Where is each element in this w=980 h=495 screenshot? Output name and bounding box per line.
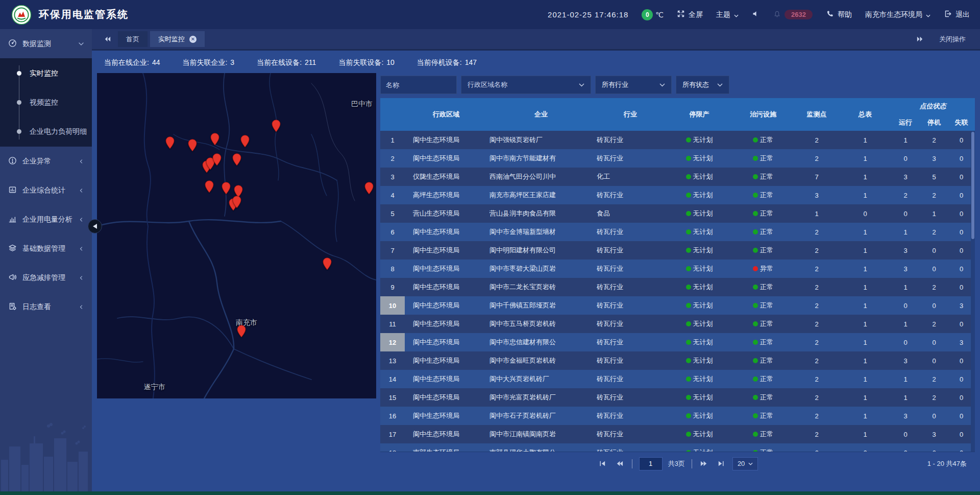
table-row[interactable]: 18南部生态环境局南部县砚华土陶有限公砖瓦行业无计划正常60060 (380, 443, 975, 452)
table-row[interactable]: 12阆中生态环境局阆中市忠信建材有限公砖瓦行业无计划正常21003 (380, 333, 975, 351)
table-row[interactable]: 6阆中生态环境局阆中市金博瑞新型墙材砖瓦行业无计划正常21120 (380, 223, 975, 241)
sidebar-item-6[interactable]: 日志查看 (0, 292, 92, 321)
tab-home[interactable]: 首页 (118, 31, 148, 47)
help-button[interactable]: 帮助 (826, 10, 852, 19)
sidebar-subitem-2[interactable]: 企业电力负荷明细 (0, 117, 92, 146)
total-pages-label: 共3页 (668, 459, 685, 468)
map-pin-icon[interactable] (210, 133, 219, 146)
table-row[interactable]: 17阆中生态环境局阆中市江南镇阆南页岩砖瓦行业无计划正常21030 (380, 425, 975, 443)
map-pin-icon[interactable] (237, 325, 246, 338)
first-page-button[interactable] (597, 458, 608, 469)
facility-status-label: 正常 (760, 154, 773, 163)
theme-dropdown[interactable]: 主题 (716, 10, 739, 19)
map-pin-icon[interactable] (165, 136, 175, 149)
page-size-select[interactable]: 20 (732, 457, 758, 470)
table-row[interactable]: 2阆中生态环境局阆中市南方节能建材有砖瓦行业无计划正常21030 (380, 149, 975, 168)
sidebar-item-0[interactable]: 数据监测 (0, 29, 92, 58)
table-row[interactable]: 7阆中生态环境局阆中明阳建材有限公司砖瓦行业无计划正常21300 (380, 241, 975, 260)
row-number: 13 (380, 351, 405, 370)
company-cell: 西南油气田分公司川中 (487, 168, 595, 186)
map-pin-icon[interactable] (205, 180, 214, 193)
company-cell: 南部县砚华土陶有限公 (487, 443, 595, 452)
production-limit-cell: 无计划 (666, 168, 732, 186)
table-row[interactable]: 1阆中生态环境局阆中强锐页岩砖厂砖瓦行业无计划正常21120 (380, 131, 975, 149)
table-row[interactable]: 8阆中生态环境局阆中市枣碧大梁山页岩砖瓦行业无计划异常21300 (380, 260, 975, 278)
sidebar-item-label: 数据监测 (22, 39, 51, 49)
sidebar-item-1[interactable]: 企业异常 (0, 147, 92, 176)
stats-board-icon (8, 185, 17, 196)
tab-realtime-monitor[interactable]: 实时监控 ✕ (150, 31, 205, 47)
chevron-down-icon (659, 83, 665, 87)
sidebar-item-4[interactable]: 基础数据管理 (0, 234, 92, 263)
industry-select[interactable]: 所有行业 (595, 76, 672, 94)
facility-status-cell: 正常 (732, 370, 794, 388)
fullscreen-button[interactable]: 全屏 (677, 10, 703, 19)
mute-speaker-button[interactable] (752, 10, 760, 19)
sidebar-subitem-0[interactable]: 实时监控 (0, 59, 92, 88)
company-cell: 阆中市二龙长宝页岩砖 (487, 278, 595, 296)
map-pin-icon[interactable] (188, 139, 197, 152)
production-limit-label: 无计划 (693, 209, 713, 218)
tab-close-icon[interactable]: ✕ (189, 36, 197, 43)
sidebar-item-3[interactable]: 企业用电量分析 (0, 205, 92, 234)
table-row[interactable]: 16阆中生态环境局阆中市石子页岩机砖厂砖瓦行业无计划正常21300 (380, 407, 975, 425)
table-row[interactable]: 5营山生态环境局营山县润丰肉食品有限食品无计划正常10010 (380, 204, 975, 223)
map-panel[interactable]: 巴中市南充市遂宁市 (97, 73, 376, 398)
prev-page-button[interactable] (614, 458, 625, 469)
megaphone-icon (8, 273, 17, 283)
last-page-button[interactable] (716, 458, 727, 469)
monitor-count-cell: 2 (794, 351, 840, 370)
map-pin-icon[interactable] (232, 153, 241, 166)
close-operations-button[interactable]: 关闭操作 (939, 35, 966, 44)
city-skyline-decoration (0, 415, 92, 491)
page-number-input[interactable] (639, 457, 663, 470)
chevron-down-icon (734, 11, 739, 19)
logout-button[interactable]: 退出 (944, 10, 970, 19)
table-row[interactable]: 13阆中生态环境局阆中市金福旺页岩机砖砖瓦行业无计划正常21300 (380, 351, 975, 370)
status-dot-icon (753, 229, 758, 234)
table-row[interactable]: 15阆中生态环境局阆中市光富页岩机砖厂砖瓦行业无计划正常21120 (380, 388, 975, 407)
table-row[interactable]: 9阆中生态环境局阆中市二龙长宝页岩砖砖瓦行业无计划正常21120 (380, 278, 975, 296)
bullet-dot-icon (17, 100, 21, 105)
row-number: 17 (380, 425, 405, 443)
sidebar-item-2[interactable]: 企业综合统计 (0, 176, 92, 205)
org-dropdown[interactable]: 南充市生态环境局 (865, 10, 930, 19)
facility-status-label: 正常 (760, 191, 773, 200)
map-pin-icon[interactable] (212, 153, 222, 166)
notification-area[interactable]: 2632 (773, 10, 813, 19)
status-dot-icon (686, 340, 691, 345)
name-search-input[interactable] (380, 76, 457, 94)
sidebar-item-5[interactable]: 应急减排管理 (0, 263, 92, 292)
table-scrollbar[interactable] (971, 131, 975, 452)
map-pin-icon[interactable] (323, 257, 332, 270)
chevron-left-icon (79, 276, 84, 280)
production-limit-label: 无计划 (693, 227, 713, 237)
column-header: 行业 (595, 98, 666, 131)
next-page-button[interactable] (699, 458, 710, 469)
map-pin-icon[interactable] (222, 182, 231, 195)
table-row[interactable]: 3仪陇生态环境局西南油气田分公司川中化工无计划正常71350 (380, 168, 975, 186)
row-number: 10 (380, 296, 405, 315)
table-row[interactable]: 14阆中生态环境局阆中大兴页岩机砖厂砖瓦行业无计划正常21120 (380, 370, 975, 388)
region-select[interactable]: 行政区域名称 (461, 76, 591, 94)
sidebar-subitem-1[interactable]: 视频监控 (0, 88, 92, 117)
scrollbar-thumb[interactable] (971, 132, 974, 239)
map-pin-icon[interactable] (232, 196, 241, 208)
sidebar-collapse-handle[interactable] (88, 219, 102, 233)
region-cell: 营山生态环境局 (405, 204, 487, 223)
table-row[interactable]: 4高坪生态环境局南充市高坪区王家店建砖瓦行业无计划正常31220 (380, 186, 975, 204)
table-row[interactable]: 11阆中生态环境局阆中市五马桥页岩机砖砖瓦行业无计划正常21120 (380, 315, 975, 333)
tabs-scroll-left-button[interactable] (99, 32, 115, 46)
status-select[interactable]: 所有状态 (676, 76, 729, 94)
sidebar-subitem-label: 企业电力负荷明细 (30, 127, 87, 136)
map-pin-icon[interactable] (240, 135, 250, 148)
production-limit-label: 无计划 (693, 338, 713, 347)
table-row[interactable]: 10阆中生态环境局阆中千佛镇五郎垭页岩砖瓦行业无计划正常21003 (380, 296, 975, 315)
status-dot-icon (753, 137, 758, 143)
facility-status-cell: 正常 (732, 333, 794, 351)
company-cell: 阆中千佛镇五郎垭页岩 (487, 296, 595, 315)
city-label: 遂宁市 (144, 383, 165, 392)
map-pin-icon[interactable] (272, 120, 281, 132)
tabs-scroll-right-button[interactable] (916, 32, 924, 46)
map-pin-icon[interactable] (364, 182, 374, 195)
